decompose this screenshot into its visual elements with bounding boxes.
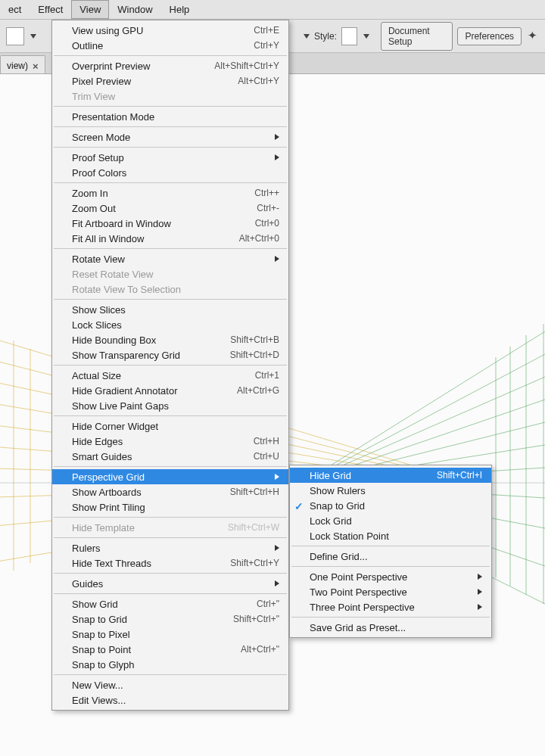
menu-item-label: Show Transparency Grid [72, 350, 207, 361]
view-menu-item[interactable]: Screen Mode [52, 129, 288, 145]
perspective-submenu-item[interactable]: One Point Perspective [290, 569, 491, 584]
view-menu-item[interactable]: Hide Bounding BoxShift+Ctrl+B [52, 332, 288, 347]
view-menu-item[interactable]: Presentation Mode [52, 109, 288, 124]
perspective-submenu-item[interactable]: ✓Snap to Grid [290, 498, 491, 513]
chevron-right-icon [478, 604, 482, 610]
chevron-right-icon [275, 474, 279, 480]
view-menu-separator [54, 517, 287, 518]
preferences-button[interactable]: Preferences [457, 27, 522, 45]
menu-item-label: Snap to Grid [72, 614, 210, 625]
perspective-submenu-item[interactable]: Two Point Perspective [290, 584, 491, 599]
menu-item-label: Rotate View [72, 254, 267, 265]
view-menu-item[interactable]: Actual SizeCtrl+1 [52, 368, 288, 383]
menu-item-label: Proof Setup [72, 152, 267, 163]
menu-item-shortcut: Shift+Ctrl+I [414, 470, 482, 481]
document-tab[interactable]: view) × [0, 55, 45, 73]
menu-item-label: Show Grid [72, 599, 234, 610]
view-menu-separator [54, 248, 287, 249]
menu-item-label: Fit Artboard in Window [72, 218, 232, 229]
menu-item-label: Show Print Tiling [72, 502, 279, 513]
close-icon[interactable]: × [33, 61, 39, 72]
view-menu-item[interactable]: Show Slices [52, 302, 288, 317]
perspective-submenu-item[interactable]: Save Grid as Preset... [290, 620, 491, 635]
view-menu-item[interactable]: Hide Text ThreadsShift+Ctrl+Y [52, 555, 288, 571]
menu-item-shortcut: Ctrl+" [234, 599, 279, 609]
view-menu-item[interactable]: New View... [52, 677, 288, 692]
view-menu-item[interactable]: Snap to Pixel [52, 627, 288, 642]
view-menu-item[interactable]: Edit Views... [52, 692, 288, 708]
menu-item-shortcut: Shift+Ctrl+H [207, 487, 279, 497]
view-menu-item[interactable]: Hide Corner Widget [52, 418, 288, 434]
menu-item-label: Perspective Grid [72, 471, 267, 483]
menu-item-shortcut: Ctrl+H [231, 436, 279, 446]
perspective-submenu-item[interactable]: Hide GridShift+Ctrl+I [290, 468, 491, 483]
chevron-down-icon[interactable] [30, 34, 36, 39]
view-menu-item[interactable]: Zoom InCtrl++ [52, 185, 288, 201]
view-menu-item[interactable]: View using GPUCtrl+E [52, 23, 288, 38]
view-menu-item[interactable]: Show ArtboardsShift+Ctrl+H [52, 484, 288, 499]
menu-item-label: Hide Grid [310, 470, 414, 481]
chevron-down-icon[interactable] [363, 34, 369, 39]
perspective-submenu-item[interactable]: Define Grid... [290, 549, 491, 564]
swatch[interactable] [6, 27, 24, 45]
document-setup-button[interactable]: Document Setup [381, 22, 453, 51]
view-menu-item[interactable]: Proof Colors [52, 165, 288, 180]
view-menu-item[interactable]: Perspective Grid [52, 469, 288, 484]
menu-item-label: Rotate View To Selection [72, 284, 279, 295]
view-menu-item[interactable]: Show Print Tiling [52, 499, 288, 515]
view-menu-item: Reset Rotate View [52, 266, 288, 282]
view-menu-item[interactable]: Rulers [52, 540, 288, 555]
view-menu-item[interactable]: Show GridCtrl+" [52, 596, 288, 611]
menu-item-shortcut: Shift+Ctrl+B [207, 334, 279, 345]
view-menu-item[interactable]: Snap to Glyph [52, 657, 288, 672]
wand-icon[interactable] [526, 29, 539, 44]
view-menu-item[interactable]: Lock Slices [52, 317, 288, 332]
view-menu-item[interactable]: Guides [52, 576, 288, 591]
menu-item-shortcut: Shift+Ctrl+D [207, 350, 279, 360]
menu-item-shortcut: Ctrl+0 [232, 218, 279, 229]
menu-item-label: Snap to Pixel [72, 629, 279, 640]
menubar: ect Effect View Window Help [0, 0, 545, 20]
view-menu-separator [54, 106, 287, 107]
view-menu-item[interactable]: Snap to GridShift+Ctrl+" [52, 611, 288, 627]
view-menu-item[interactable]: Proof Setup [52, 150, 288, 165]
menu-item-label: Fit All in Window [72, 233, 216, 244]
perspective-submenu-item[interactable]: Lock Grid [290, 513, 491, 528]
view-menu-item[interactable]: Overprint PreviewAlt+Shift+Ctrl+Y [52, 58, 288, 73]
view-menu-item[interactable]: Show Transparency GridShift+Ctrl+D [52, 347, 288, 362]
style-swatch[interactable] [341, 27, 357, 45]
menu-view[interactable]: View [71, 0, 109, 19]
chevron-right-icon [478, 589, 482, 595]
perspective-submenu-item[interactable]: Three Point Perspective [290, 599, 491, 614]
view-menu-item[interactable]: Hide EdgesCtrl+H [52, 434, 288, 449]
view-menu-separator [54, 593, 287, 594]
menu-item-label: Overprint Preview [72, 61, 192, 72]
view-menu-separator [54, 365, 287, 366]
menu-window[interactable]: Window [109, 0, 160, 19]
view-menu-item[interactable]: Snap to PointAlt+Ctrl+" [52, 642, 288, 657]
menu-item-label: Hide Gradient Annotator [72, 385, 214, 397]
view-menu-item[interactable]: Rotate View [52, 251, 288, 266]
view-menu-item[interactable]: Show Live Paint Gaps [52, 398, 288, 413]
perspective-submenu-item[interactable]: Lock Station Point [290, 528, 491, 543]
menu-help[interactable]: Help [161, 0, 198, 19]
chevron-down-icon[interactable] [304, 34, 310, 39]
view-menu-item[interactable]: Hide Gradient AnnotatorAlt+Ctrl+G [52, 383, 288, 398]
menu-select[interactable]: ect [0, 0, 30, 19]
view-menu-item[interactable]: OutlineCtrl+Y [52, 38, 288, 53]
perspective-submenu-item[interactable]: Show Rulers [290, 483, 491, 498]
menu-item-shortcut: Alt+Ctrl+Y [215, 76, 279, 86]
view-menu-item: Hide TemplateShift+Ctrl+W [52, 520, 288, 535]
menu-item-label: Hide Text Threads [72, 558, 207, 569]
view-menu-item[interactable]: Zoom OutCtrl+- [52, 201, 288, 216]
menu-effect[interactable]: Effect [30, 0, 71, 19]
menu-item-label: One Point Perspective [310, 571, 470, 583]
view-menu-item[interactable]: Smart GuidesCtrl+U [52, 449, 288, 464]
view-menu-item[interactable]: Pixel PreviewAlt+Ctrl+Y [52, 73, 288, 89]
menu-item-label: Presentation Mode [72, 111, 279, 123]
menu-item-label: Snap to Grid [310, 500, 482, 512]
view-menu-separator [54, 126, 287, 127]
view-menu-item[interactable]: Fit All in WindowAlt+Ctrl+0 [52, 231, 288, 246]
view-menu-item[interactable]: Fit Artboard in WindowCtrl+0 [52, 216, 288, 231]
menu-item-label: Reset Rotate View [72, 269, 279, 280]
